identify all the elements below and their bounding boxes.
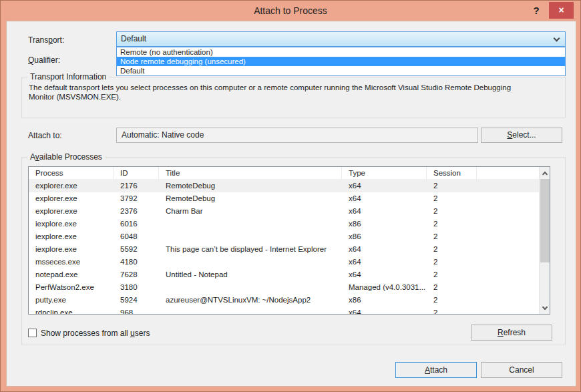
select-button[interactable]: Select... [481,128,562,143]
transport-information-legend: Transport Information [27,72,109,81]
title-bar[interactable]: Attach to Process ? × [1,1,580,21]
cell-id: 3792 [114,192,159,205]
cell-session: 2 [427,218,477,230]
scroll-up-button[interactable] [540,167,550,178]
cell-type: x86 [342,294,427,307]
scroll-down-icon [542,305,548,310]
transport-info-line: Monitor (MSVSMON.EXE). [29,93,565,101]
process-list: ProcessIDTitleTypeSession explorer.exe21… [28,166,550,315]
attach-to-field[interactable]: Automatic: Native code [116,128,478,143]
column-header-title[interactable]: Title [159,167,342,180]
cell-id: 4180 [114,256,159,268]
column-header-filler [477,167,540,180]
cell-process: explorer.exe [29,192,114,205]
cell-title: This page can’t be displayed - Internet … [159,243,342,256]
cell-session: 2 [427,281,477,294]
cell-title [159,230,342,243]
process-row[interactable]: explorer.exe2376Charm Barx642 [29,205,540,218]
scroll-up-icon [542,172,548,177]
process-row[interactable]: explorer.exe3792RemoteDebugx642 [29,192,540,205]
cell-title [159,281,342,294]
process-row[interactable]: iexplore.exe6048x862 [29,230,540,243]
process-table-header: ProcessIDTitleTypeSession [29,167,540,180]
close-button[interactable]: × [549,2,574,19]
attach-to-label: Attach to: [28,131,62,140]
cell-process: PerfWatson2.exe [29,281,114,294]
cell-process: explorer.exe [29,205,114,218]
cell-process: iexplore.exe [29,230,114,243]
transport-label: Transport: [28,35,64,45]
cell-title: Charm Bar [159,205,342,218]
cell-process: msseces.exe [29,256,114,268]
transport-information-groupbox: Transport Information The default transp… [21,77,566,118]
cell-title: RemoteDebug [159,192,342,205]
cell-process: rdpclip.exe [29,307,114,315]
attach-to-process-dialog: Attach to Process ? × Transport: Default… [0,0,581,392]
cell-type: x86 [342,230,427,243]
transport-option[interactable]: Default [117,66,565,75]
cell-id: 5924 [114,294,159,307]
process-row[interactable]: rdpclip.exe968x642 [29,307,540,315]
cell-id: 6016 [114,218,159,230]
cell-type: x64 [342,180,427,192]
cell-title [159,307,342,315]
transport-combobox[interactable]: Default [116,31,566,47]
process-row[interactable]: putty.exe5924azureuser@NTVSLinuxVM: ~/No… [29,294,540,307]
cell-type: x64 [342,205,427,218]
show-all-users-label: Show processes from all users [41,329,150,338]
cell-type: x64 [342,256,427,268]
cell-type: x64 [342,192,427,205]
transport-combobox-value: Default [121,34,146,43]
process-row[interactable]: iexplore.exe5592This page can’t be displ… [29,243,540,256]
cell-session: 2 [427,256,477,268]
process-row[interactable]: explorer.exe2176RemoteDebugx642 [29,180,540,192]
cell-session: 2 [427,268,477,281]
process-row[interactable]: msseces.exe4180x642 [29,256,540,268]
vertical-scrollbar[interactable] [539,167,550,314]
process-row[interactable]: PerfWatson2.exe3180Managed (v4.0.3031...… [29,281,540,294]
column-header-process[interactable]: Process [29,167,114,180]
attach-button[interactable]: Attach [395,362,477,378]
show-all-users-checkbox[interactable] [28,329,37,337]
cell-id: 6048 [114,230,159,243]
close-icon: × [558,5,564,15]
cell-title [159,256,342,268]
show-all-users-checkbox-row[interactable]: Show processes from all users [28,327,150,337]
process-row[interactable]: iexplore.exe6016x862 [29,218,540,230]
cell-id: 2376 [114,205,159,218]
cell-session: 2 [427,230,477,243]
cancel-button[interactable]: Cancel [481,362,562,378]
help-button[interactable]: ? [527,1,546,19]
cell-session: 2 [427,192,477,205]
cell-session: 2 [427,294,477,307]
cell-process: iexplore.exe [29,243,114,256]
cell-type: x64 [342,243,427,256]
transport-option[interactable]: Node remote debugging (unsecured) [117,57,565,66]
cell-process: iexplore.exe [29,218,114,230]
cell-process: putty.exe [29,294,114,307]
transport-info-line: The default transport lets you select pr… [29,83,565,91]
transport-option[interactable]: Remote (no authentication) [117,47,565,57]
cell-id: 968 [114,307,159,315]
cell-id: 2176 [114,180,159,192]
cell-type: Managed (v4.0.3031... [342,281,427,294]
column-header-type[interactable]: Type [342,167,427,180]
refresh-button[interactable]: Refresh [471,325,552,341]
cell-session: 2 [427,243,477,256]
cell-title [159,218,342,230]
dialog-title: Attach to Process [1,1,580,21]
cell-session: 2 [427,180,477,192]
cell-type: x64 [342,268,427,281]
help-icon: ? [533,5,539,16]
cell-session: 2 [427,307,477,315]
column-header-session[interactable]: Session [427,167,477,180]
process-table-body: explorer.exe2176RemoteDebugx642explorer.… [29,180,550,315]
chevron-down-icon [554,35,560,42]
scrollbar-thumb[interactable] [540,179,550,262]
scroll-down-button[interactable] [540,303,550,314]
cell-session: 2 [427,205,477,218]
process-row[interactable]: notepad.exe7628Untitled - Notepadx642 [29,268,540,281]
cell-title: azureuser@NTVSLinuxVM: ~/NodejsApp2 [159,294,342,307]
column-header-id[interactable]: ID [114,167,159,180]
cell-type: x64 [342,307,427,315]
